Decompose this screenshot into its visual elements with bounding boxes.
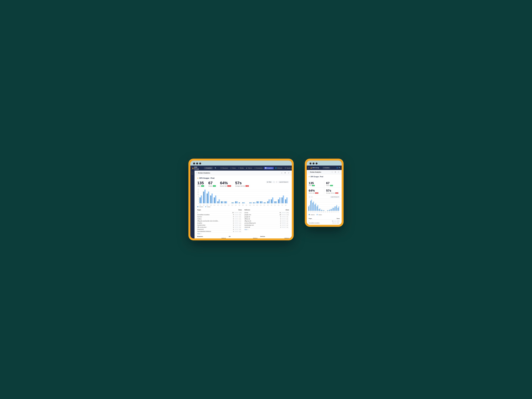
mobile-panel-settings[interactable]: ⚙ (334, 171, 336, 173)
nav-tab-videos[interactable]: ▶ Videos (245, 167, 253, 169)
panel-title: Evelan Analytics (198, 172, 280, 174)
panel-close-btn[interactable]: × (281, 172, 283, 174)
desktop-device: DFK Group › + Erstellen 🔍 ⊞ Structure ◎ … (188, 159, 294, 240)
svg-text:12AM: 12AM (214, 205, 215, 205)
nav-tab-vision[interactable]: ◎ Vision (229, 167, 237, 169)
dot-red (193, 163, 195, 165)
chart-svg: 8PM 9PM 10PM 11PM 12AM 1AM 2AM 3AM 4AM (199, 188, 289, 206)
svg-rect-57 (286, 197, 288, 203)
svg-text:9AM: 9AM (246, 205, 247, 205)
svg-text:2AM: 2AM (314, 212, 316, 212)
svg-rect-15 (212, 194, 213, 203)
svg-text:4PM: 4PM (337, 212, 339, 212)
svg-rect-10 (203, 192, 204, 203)
mobile-menu-icon[interactable]: ☰ (308, 167, 309, 169)
referrers-more-link[interactable]: More → (245, 229, 289, 230)
panel-expand-btn[interactable]: ⤢ (287, 172, 290, 174)
svg-text:8AM: 8AM (242, 205, 244, 205)
svg-rect-111 (331, 209, 332, 211)
svg-rect-39 (254, 203, 255, 203)
svg-rect-21 (222, 201, 223, 203)
svg-rect-96 (315, 203, 316, 211)
svg-text:3PM: 3PM (267, 205, 269, 205)
time-selector[interactable]: Last 24 hours ▾ (278, 181, 289, 183)
svg-rect-103 (323, 210, 324, 211)
dot-green (199, 163, 201, 165)
project-title: ✏ DFK Gruppe - Prod (197, 177, 289, 179)
mobile-panel-close[interactable]: × (331, 171, 333, 173)
main-content: ≡ Evelan Analytics × ⚙ ⤢ ✏ DFK G (195, 171, 292, 238)
ref-row-3: google.de 6 4% (245, 216, 289, 218)
svg-text:4PM: 4PM (271, 205, 272, 205)
mobile-chart-prev[interactable]: ‹ (309, 196, 310, 198)
pages-table-block: Pages Views / 50 37% (197, 209, 242, 234)
mobile-chart-next[interactable]: › (311, 196, 313, 198)
os-block: OS Visitors Windows 10 2935% (229, 236, 257, 238)
chart-wrapper: 16141210 86420 (197, 188, 289, 206)
ref-row-8: moz24.de 1 1% (245, 226, 289, 228)
svg-rect-36 (249, 203, 251, 203)
nav-tab-studio-language[interactable]: ✱ Studio Language (284, 167, 292, 169)
metrics-section: 135 Views +47 67 Visitors (197, 181, 289, 187)
panel-actions: × ⚙ ⤢ (281, 172, 290, 174)
svg-text:6AM: 6AM (327, 212, 328, 212)
svg-rect-14 (210, 196, 211, 203)
search-icon[interactable]: 🔍 (215, 167, 216, 169)
svg-rect-92 (311, 200, 312, 211)
chart-prev-btn[interactable]: ‹ (273, 181, 275, 183)
svg-rect-116 (336, 205, 337, 211)
svg-rect-108 (328, 210, 329, 211)
svg-rect-11 (204, 190, 206, 203)
svg-rect-41 (258, 201, 259, 203)
metric-bounce-rate: 64% Bounce rate -17% (220, 181, 231, 187)
mobile-time-selector[interactable]: Last 24 hours ▾ (330, 196, 340, 198)
mobile-user-icon[interactable]: 👤 (336, 167, 338, 168)
create-button[interactable]: + Erstellen (204, 167, 213, 169)
mobile-nav-sep: › (321, 167, 321, 168)
svg-text:2AM: 2AM (325, 212, 326, 212)
sidebar (190, 171, 195, 238)
panel-settings-btn[interactable]: ⚙ (284, 172, 286, 174)
svg-rect-112 (332, 208, 333, 211)
svg-rect-115 (336, 206, 336, 211)
nav-tab-website[interactable]: 🌐 Website (274, 167, 283, 169)
svg-text:4AM: 4AM (228, 205, 229, 205)
svg-rect-100 (320, 208, 320, 211)
views-dot (205, 206, 206, 207)
svg-rect-22 (224, 201, 226, 203)
svg-rect-28 (235, 201, 236, 203)
desktop-topnav: DFK Group › + Erstellen 🔍 ⊞ Structure ◎ … (190, 165, 292, 171)
nav-tab-structure[interactable]: ⊞ Structure (219, 167, 229, 169)
ref-row-7: duckduckgo.com 1 1% (245, 224, 289, 226)
mobile-device: ☰ DFK Group › + Erstellen 👤 🔍 ≡ (305, 159, 344, 227)
nav-tab-media[interactable]: ⊡ Media (237, 167, 245, 169)
structure-icon: ⊞ (221, 167, 222, 169)
nav-tab-schedules[interactable]: ⊟ Schedules (253, 167, 264, 169)
pages-row-1: / 50 37% (197, 212, 242, 214)
filter-button[interactable]: ⊕ Filter (266, 181, 272, 183)
nav-tabs: ⊞ Structure ◎ Vision ⊡ Media ▶ Videos (219, 167, 292, 169)
pages-row-8: /dfk-construction 4 3% (197, 226, 242, 228)
svg-text:10AM: 10AM (321, 212, 322, 212)
svg-rect-19 (219, 199, 220, 203)
panel-analytics-icon: ≡ (196, 172, 197, 174)
nav-tab-analytics[interactable]: 📊 Analytics (264, 167, 274, 169)
mobile-metrics-grid: 135 Views +47 67 Visitors +18 (307, 180, 342, 195)
videos-icon: ▶ (246, 167, 247, 169)
mobile-panel-expand[interactable]: ⤢ (337, 171, 340, 173)
mobile-page-row-1: / 50 37% (309, 220, 340, 222)
pages-row-6: /projekte 6 4% (197, 222, 242, 224)
svg-rect-52 (278, 199, 279, 203)
y-axis: 16141210 86420 (197, 188, 199, 206)
svg-text:1PM: 1PM (260, 205, 261, 205)
sidebar-icon-2 (191, 173, 194, 173)
mobile-search-icon[interactable]: 🔍 (339, 167, 340, 168)
svg-text:10AM: 10AM (331, 212, 332, 212)
mobile-panel-header: ≡ Evelan Analytics × ⚙ ⤢ (307, 170, 342, 174)
pages-more-link[interactable]: More → (197, 233, 242, 234)
chart-next-btn[interactable]: › (276, 181, 278, 183)
sidebar-icon-3 (191, 174, 194, 174)
svg-rect-42 (260, 201, 261, 203)
mobile-create-btn[interactable]: + Erstellen (323, 167, 330, 169)
pages-row-4: /mdtura 8 6% (197, 218, 242, 220)
